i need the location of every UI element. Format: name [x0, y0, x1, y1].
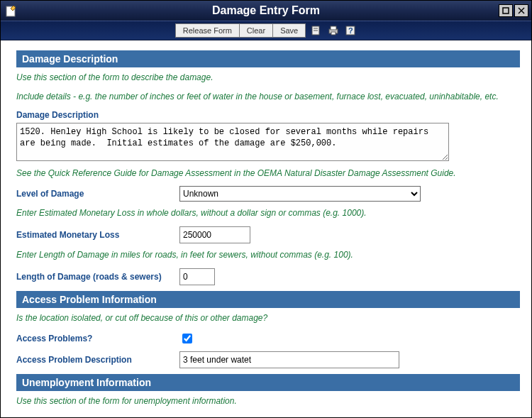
- svg-rect-1: [503, 8, 509, 13]
- close-button[interactable]: [514, 4, 528, 17]
- form-scroll[interactable]: Damage Description Use this section of t…: [1, 40, 531, 417]
- maximize-button[interactable]: [499, 4, 513, 17]
- level-of-damage-label: Level of Damage: [16, 189, 179, 199]
- loss-help: Enter Estimated Monetary Loss in whole d…: [16, 207, 520, 219]
- section-header-access: Access Problem Information: [16, 291, 520, 308]
- length-of-damage-label: Length of Damage (roads & sewers): [16, 272, 179, 282]
- damage-description-input[interactable]: 1520. Henley High School is likely to be…: [16, 123, 449, 161]
- damage-description-label: Damage Description: [16, 110, 520, 120]
- svg-rect-8: [331, 26, 336, 30]
- toolbar: Release Form Clear Save ?: [1, 21, 531, 40]
- access-problem-desc-label: Access Problem Description: [16, 355, 179, 365]
- help-icon[interactable]: ?: [344, 24, 357, 37]
- damage-intro-1: Use this section of the form to describe…: [16, 72, 520, 84]
- estimated-loss-input[interactable]: [179, 226, 250, 243]
- access-problem-desc-input[interactable]: [179, 351, 399, 368]
- window-controls: [499, 4, 528, 17]
- save-button[interactable]: Save: [272, 23, 306, 38]
- unemployment-intro: Use this section of the form for unemplo…: [16, 395, 520, 407]
- clear-button[interactable]: Clear: [239, 23, 273, 38]
- content-area: Damage Description Use this section of t…: [1, 40, 531, 417]
- window-title: Damage Entry Form: [212, 4, 320, 17]
- svg-rect-9: [331, 32, 336, 35]
- length-help: Enter Length of Damage in miles for road…: [16, 249, 520, 261]
- length-of-damage-input[interactable]: [179, 268, 215, 285]
- estimated-loss-label: Estimated Monetary Loss: [16, 230, 179, 240]
- access-problems-label: Access Problems?: [16, 334, 179, 343]
- damage-intro-2: Include details - e.g. the number of inc…: [16, 91, 520, 103]
- svg-text:?: ?: [348, 26, 353, 35]
- level-of-damage-select[interactable]: Unknown: [179, 186, 421, 202]
- release-form-button[interactable]: Release Form: [175, 23, 240, 38]
- damage-guide-note: See the Quick Reference Guide for Damage…: [16, 167, 520, 180]
- notes-icon[interactable]: [310, 24, 323, 37]
- form-icon: [5, 4, 18, 17]
- title-bar: Damage Entry Form: [1, 1, 531, 21]
- section-header-damage: Damage Description: [16, 50, 520, 67]
- access-intro: Is the location isolated, or cut off bec…: [16, 312, 520, 324]
- access-problems-checkbox[interactable]: [182, 334, 192, 343]
- section-header-unemployment: Unemployment Information: [16, 374, 520, 391]
- app-window: Damage Entry Form Release Form Clear Sav…: [0, 0, 532, 418]
- print-icon[interactable]: [327, 24, 340, 37]
